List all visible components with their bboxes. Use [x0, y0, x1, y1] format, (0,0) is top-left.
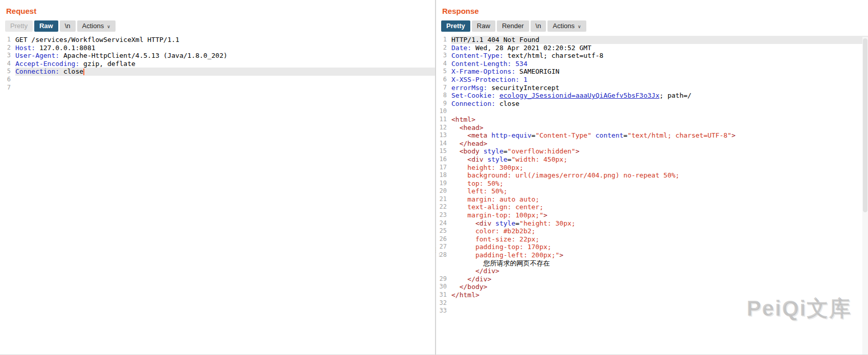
line-number: 19 [436, 180, 451, 188]
code-line: 6X-XSS-Protection: 1 [436, 76, 868, 84]
request-newline-toggle-button[interactable]: \n [60, 20, 76, 32]
line-number: 4 [0, 60, 15, 68]
request-actions-label: Actions [82, 22, 104, 30]
response-newline-toggle-button[interactable]: \n [531, 20, 546, 32]
code-line: 19 top: 50%; [436, 180, 868, 188]
line-number: 26 [436, 235, 451, 243]
line-number: 10 [436, 107, 451, 116]
line-number: 3 [436, 52, 451, 60]
line-number: 30 [436, 283, 451, 291]
code-line: 24 <div style="height: 30px; [436, 219, 868, 228]
code-line: 4Accept-Encoding: gzip, deflate [0, 60, 435, 68]
line-number: 11 [436, 116, 451, 124]
response-tab-raw[interactable]: Raw [472, 20, 495, 32]
line-wrap-icon: ⋮ [437, 252, 442, 257]
code-line: 18 background: url(/images/error/404.png… [436, 171, 868, 180]
chevron-down-icon: ∨ [107, 23, 110, 31]
code-line: 22 text-align: center; [436, 203, 868, 211]
code-line: 3User-Agent: Apache-HttpClient/4.5.13 (J… [0, 52, 435, 60]
response-actions-button[interactable]: Actions ∨ [547, 20, 586, 32]
line-number: 5 [436, 68, 451, 76]
request-actions-button[interactable]: Actions ∨ [77, 20, 116, 32]
code-line: 21 margin: auto auto; [436, 195, 868, 204]
line-number: 7 [436, 84, 451, 92]
line-number: 33 [436, 307, 451, 315]
code-line: 11<html> [436, 116, 868, 124]
response-editor[interactable]: 1HTTP/1.1 404 Not Found2Date: Wed, 28 Ap… [436, 35, 868, 315]
code-line: 3Content-Type: text/html; charset=utf-8 [436, 52, 868, 60]
code-line: 13 <meta http-equiv="Content-Type" conte… [436, 131, 868, 140]
request-editor[interactable]: 1GET /services/WorkflowServiceXml HTTP/1… [0, 35, 435, 92]
code-line: 15 <body style="overflow:hidden"> [436, 147, 868, 156]
line-number: 20 [436, 187, 451, 195]
chevron-down-icon: ∨ [578, 23, 581, 31]
code-line: 8Set-Cookie: ecology_JSessionid=aaaUyQiA… [436, 92, 868, 100]
line-number: 1 [436, 36, 451, 44]
response-scrollbar-thumb[interactable] [863, 38, 867, 212]
code-line: 27 padding-top: 170px; [436, 243, 868, 251]
code-line: 26 font-size: 22px; [436, 235, 868, 243]
line-number: 7 [0, 84, 15, 92]
line-number: 18 [436, 171, 451, 180]
code-line: 33 [436, 307, 868, 315]
request-panel: Request Pretty Raw \n Actions ∨ 1GET /se… [0, 0, 435, 354]
code-line: 29 </div> [436, 275, 868, 283]
code-line: 5X-Frame-Options: SAMEORIGIN [436, 68, 868, 76]
line-number: 12 [436, 124, 451, 132]
code-line: 2Host: 127.0.0.1:8081 [0, 44, 435, 52]
response-panel-title: Response [436, 0, 868, 15]
code-line: 9Connection: close [436, 100, 868, 108]
code-line: 5Connection: close [0, 68, 435, 76]
code-line: 14 </head> [436, 140, 868, 148]
request-tab-pretty[interactable]: Pretty [5, 20, 33, 32]
line-number: 3 [0, 52, 15, 60]
response-tab-pretty[interactable]: Pretty [441, 20, 470, 32]
line-number: 23 [436, 211, 451, 219]
message-editor-split-view: Request Pretty Raw \n Actions ∨ 1GET /se… [0, 0, 868, 355]
line-number: 6 [0, 76, 15, 84]
line-number: 16 [436, 156, 451, 164]
line-number: 5 [0, 68, 15, 76]
code-line: 23 margin-top: 100px;"> [436, 211, 868, 219]
response-scrollbar[interactable] [862, 37, 868, 354]
line-number: 32 [436, 299, 451, 307]
line-number [436, 267, 451, 275]
code-line: 16 <div style="width: 450px; [436, 156, 868, 164]
code-line: 31</html> [436, 291, 868, 299]
code-line: 25 color: #b2b2b2; [436, 227, 868, 235]
line-number: 29 [436, 275, 451, 283]
code-line: 12 <head> [436, 124, 868, 132]
code-line: 2Date: Wed, 28 Apr 2021 02:20:52 GMT [436, 44, 868, 52]
code-line: 7 [0, 84, 435, 92]
response-actions-label: Actions [553, 22, 575, 30]
code-line: 1GET /services/WorkflowServiceXml HTTP/1… [0, 36, 435, 44]
line-number: 27 [436, 243, 451, 251]
code-line: </div> [436, 267, 868, 275]
line-number: 9 [436, 100, 451, 108]
line-number: 8 [436, 92, 451, 100]
line-number: 6 [436, 76, 451, 84]
line-number: 21 [436, 195, 451, 204]
code-line: 4Content-Length: 534 [436, 60, 868, 68]
request-tabbar: Pretty Raw \n Actions ∨ [0, 15, 435, 35]
code-line: 20 left: 50%; [436, 187, 868, 195]
line-number: 25 [436, 227, 451, 235]
line-number: 15 [436, 147, 451, 156]
line-number: 2 [0, 44, 15, 52]
line-number [436, 259, 451, 268]
code-line: 30 </body> [436, 283, 868, 291]
line-number: 24 [436, 219, 451, 228]
request-tab-raw[interactable]: Raw [34, 20, 58, 32]
response-tab-render[interactable]: Render [497, 20, 529, 32]
response-panel: Response Pretty Raw Render \n Actions ∨ … [436, 0, 868, 354]
line-number: 22 [436, 203, 451, 211]
line-number: 1 [0, 36, 15, 44]
line-number: 14 [436, 140, 451, 148]
code-line: 17 height: 300px; [436, 164, 868, 172]
code-line: 32 [436, 299, 868, 307]
code-line: 1HTTP/1.1 404 Not Found [436, 36, 868, 44]
code-line: 7errorMsg: securityIntercept [436, 84, 868, 92]
line-number: 17 [436, 164, 451, 172]
response-tabbar: Pretty Raw Render \n Actions ∨ [436, 15, 868, 35]
request-panel-title: Request [0, 0, 435, 15]
